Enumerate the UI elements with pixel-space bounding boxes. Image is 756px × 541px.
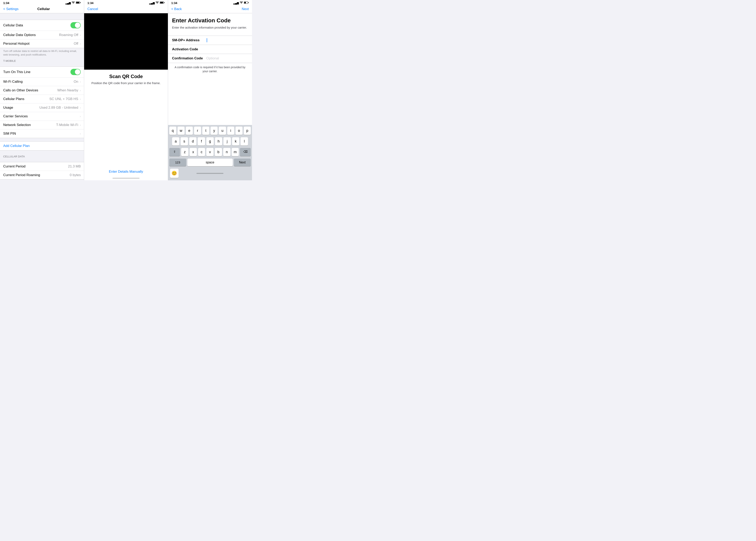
current-period-row[interactable]: Current Period 21.3 MB <box>0 162 84 171</box>
usage-label: Usage <box>3 106 13 110</box>
nav-bar-1: < Settings Cellular <box>0 5 84 13</box>
chevron-icon-8: › <box>80 123 81 127</box>
settings-back-button[interactable]: < Settings <box>3 7 19 11</box>
cellular-plans-row[interactable]: Cellular Plans SC UNL + 7GB HS › <box>0 95 84 104</box>
enter-details-manually-button[interactable]: Enter Details Manually <box>84 166 168 178</box>
chevron-icon-2: › <box>80 42 81 45</box>
delete-key[interactable]: ⌫ <box>240 148 251 156</box>
add-cellular-plan-button[interactable]: Add Cellular Plan <box>0 141 84 151</box>
time-2: 1:34 <box>87 1 93 5</box>
qr-camera-viewfinder <box>84 13 168 70</box>
qr-nav-bar: Cancel <box>84 5 168 13</box>
key-n[interactable]: n <box>223 148 231 156</box>
shift-key[interactable]: ⇧ <box>169 148 180 156</box>
cellular-data-row[interactable]: Cellular Data <box>0 20 84 31</box>
space-key[interactable]: space <box>187 159 233 166</box>
key-z[interactable]: z <box>181 148 188 156</box>
current-period-roaming-value: 0 bytes <box>70 173 81 177</box>
key-i[interactable]: i <box>227 127 234 135</box>
status-icons-2: ▂▄▆ <box>149 1 165 4</box>
network-selection-value: T-Mobile Wi-Fi › <box>56 123 81 127</box>
keyboard: q w e r t y u i o p a s d f g h j k l ⇧ … <box>168 125 252 180</box>
key-p[interactable]: p <box>244 127 251 135</box>
cellular-hint: Turn off cellular data to restrict all d… <box>0 48 84 58</box>
wifi-calling-row[interactable]: Wi-Fi Calling On › <box>0 78 84 86</box>
current-period-roaming-row[interactable]: Current Period Roaming 0 bytes <box>0 171 84 179</box>
key-c[interactable]: c <box>198 148 205 156</box>
sim-pin-label: SIM PIN <box>3 132 16 136</box>
network-selection-label: Network Selection <box>3 123 31 127</box>
calls-other-row[interactable]: Calls on Other Devices When Nearby › <box>0 86 84 95</box>
qr-scanner-panel: 1:34 ▂▄▆ Cancel Scan QR Code Position th… <box>84 0 168 180</box>
sim-pin-row[interactable]: SIM PIN › <box>0 129 84 138</box>
key-s[interactable]: s <box>181 137 188 146</box>
confirmation-placeholder: Optional <box>206 56 219 60</box>
numbers-key[interactable]: 123 <box>169 159 186 166</box>
cellular-data-options-label: Cellular Data Options <box>3 33 36 37</box>
key-k[interactable]: k <box>232 137 240 146</box>
chevron-icon-3: › <box>80 80 81 83</box>
carrier-services-label: Carrier Services <box>3 114 28 118</box>
current-period-roaming-label: Current Period Roaming <box>3 173 40 177</box>
cellular-data-toggle[interactable] <box>70 22 81 28</box>
chevron-icon-7: › <box>80 115 81 118</box>
key-b[interactable]: b <box>215 148 222 156</box>
current-period-value: 21.3 MB <box>68 165 81 169</box>
network-selection-row[interactable]: Network Selection T-Mobile Wi-Fi › <box>0 121 84 129</box>
activation-back-button[interactable]: < Back <box>171 7 182 11</box>
home-indicator-2 <box>84 178 168 180</box>
cellular-data-options-row[interactable]: Cellular Data Options Roaming Off › <box>0 31 84 39</box>
svg-rect-2 <box>80 2 81 3</box>
key-o[interactable]: o <box>236 127 243 135</box>
key-g[interactable]: g <box>206 137 214 146</box>
svg-rect-8 <box>248 2 249 3</box>
cellular-title: Cellular <box>37 7 50 11</box>
personal-hotspot-value: Off › <box>74 42 81 46</box>
key-f[interactable]: f <box>198 137 205 146</box>
key-q[interactable]: q <box>169 127 176 135</box>
key-x[interactable]: x <box>190 148 197 156</box>
confirmation-code-field-row[interactable]: Confirmation Code Optional <box>168 54 252 63</box>
key-y[interactable]: y <box>211 127 218 135</box>
chevron-icon-9: › <box>80 132 81 135</box>
wifi-icon-2 <box>156 1 159 4</box>
activation-next-button[interactable]: Next <box>242 7 249 11</box>
svg-rect-7 <box>244 2 246 3</box>
next-key[interactable]: Next <box>234 159 251 166</box>
personal-hotspot-label: Personal Hotspot <box>3 42 29 46</box>
turn-on-line-toggle[interactable] <box>70 69 81 75</box>
key-w[interactable]: w <box>178 127 185 135</box>
key-r[interactable]: r <box>194 127 201 135</box>
key-l[interactable]: l <box>241 137 248 146</box>
cellular-panel: 1:34 ▂▄▆ < Settings Cellular Cellular Da… <box>0 0 84 180</box>
key-e[interactable]: e <box>186 127 193 135</box>
cellular-data-group: Cellular Data Cellular Data Options Roam… <box>0 17 84 58</box>
key-m[interactable]: m <box>232 148 239 156</box>
key-t[interactable]: t <box>202 127 209 135</box>
usage-row[interactable]: Usage Used 2.89 GB - Unlimited › <box>0 104 84 112</box>
key-u[interactable]: u <box>219 127 226 135</box>
smdp-field-row[interactable]: SM-DP+ Address <box>168 36 252 45</box>
key-d[interactable]: d <box>189 137 197 146</box>
svg-rect-1 <box>76 2 79 3</box>
confirmation-code-label: Confirmation Code <box>172 56 206 60</box>
keyboard-bottom-row: 😊 <box>168 168 252 180</box>
cellular-data-usage-group: Current Period 21.3 MB Current Period Ro… <box>0 162 84 180</box>
emoji-key[interactable]: 😊 <box>170 169 179 178</box>
key-a[interactable]: a <box>172 137 180 146</box>
cancel-button[interactable]: Cancel <box>87 7 98 11</box>
activation-code-field-row[interactable]: Activation Code <box>168 45 252 54</box>
cellular-top-group: Cellular Data Cellular Data Options Roam… <box>0 20 84 48</box>
personal-hotspot-row[interactable]: Personal Hotspot Off › <box>0 39 84 48</box>
confirmation-hint: A confirmation code is required if it ha… <box>168 63 252 77</box>
carrier-services-row[interactable]: Carrier Services › <box>0 112 84 121</box>
calls-other-label: Calls on Other Devices <box>3 88 38 92</box>
key-h[interactable]: h <box>215 137 223 146</box>
qr-subtitle: Position the QR code from your carrier i… <box>84 81 168 89</box>
key-j[interactable]: j <box>224 137 231 146</box>
keyboard-row-4: 123 space Next <box>168 157 252 168</box>
turn-on-line-row[interactable]: Turn On This Line <box>0 67 84 78</box>
turn-on-line-label: Turn On This Line <box>3 70 30 74</box>
key-v[interactable]: v <box>206 148 214 156</box>
text-cursor <box>207 38 207 42</box>
